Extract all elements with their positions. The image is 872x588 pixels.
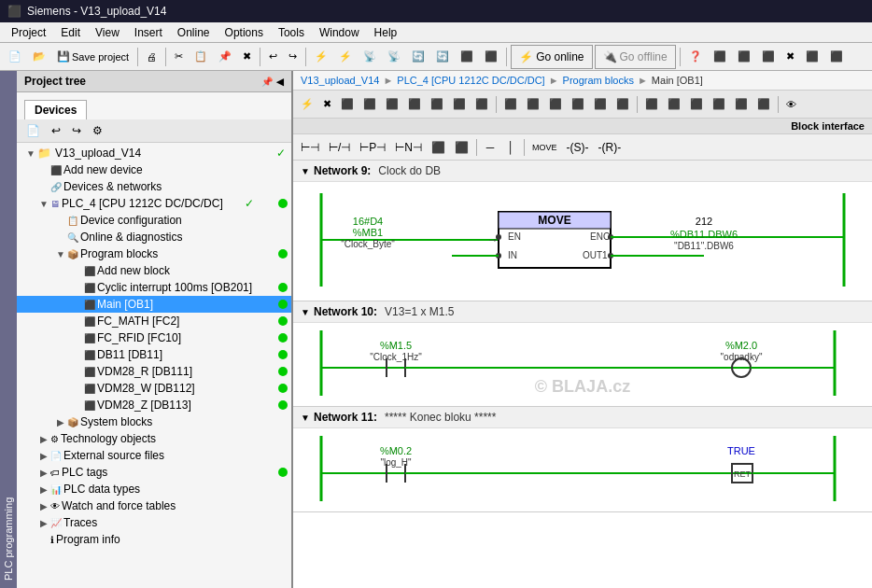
toolbar-icon-6[interactable]: ⚡: [334, 46, 357, 68]
ct-btn-9[interactable]: ⬛: [471, 94, 492, 115]
lad-contact-neg[interactable]: ⊢N⊣: [391, 137, 426, 158]
copy-button[interactable]: 📋: [190, 46, 212, 68]
lad-btn-6[interactable]: ⬛: [451, 137, 472, 158]
network-9-expand[interactable]: ▼: [301, 166, 314, 176]
ct-btn-5[interactable]: ⬛: [382, 94, 402, 115]
toolbar-icon-11[interactable]: ⬛: [456, 46, 478, 68]
panel-pin-icon[interactable]: 📌: [261, 77, 273, 87]
ct-btn-18[interactable]: ⬛: [686, 94, 707, 115]
open-button[interactable]: 📂: [28, 46, 50, 68]
tree-item-root[interactable]: ▼ 📁 V13_upload_V14 ✓: [17, 145, 291, 161]
ct-btn-20[interactable]: ⬛: [731, 94, 752, 115]
tree-item-add-device[interactable]: ⬛ Add new device: [17, 161, 291, 178]
lad-move[interactable]: MOVE: [528, 137, 561, 158]
ct-btn-19[interactable]: ⬛: [709, 94, 729, 115]
ct-btn-22[interactable]: 👁: [782, 94, 800, 115]
tree-extra-btn[interactable]: ⚙: [89, 122, 106, 139]
ct-btn-21[interactable]: ⬛: [753, 94, 774, 115]
tree-back-btn[interactable]: ↩: [48, 122, 64, 139]
lad-wire-h[interactable]: ─: [481, 137, 499, 158]
ct-btn-15[interactable]: ⬛: [612, 94, 633, 115]
menu-edit[interactable]: Edit: [53, 24, 88, 41]
toolbar-misc-2[interactable]: ⬛: [733, 46, 755, 68]
menu-window[interactable]: Window: [312, 24, 367, 41]
network-11-expand[interactable]: ▼: [301, 413, 314, 423]
toolbar-misc-6[interactable]: ⬛: [825, 46, 848, 68]
expand-icon-sys[interactable]: ▶: [54, 417, 67, 427]
lad-wire-v2[interactable]: │: [501, 137, 520, 158]
tree-item-vdm28r[interactable]: ⬛ VDM28_R [DB111]: [17, 363, 291, 380]
panel-close-icon[interactable]: ◀: [276, 77, 284, 87]
tree-item-online-diag[interactable]: 🔍 Online & diagnostics: [17, 229, 291, 245]
tree-item-devices-networks[interactable]: 🔗 Devices & networks: [17, 178, 291, 195]
go-offline-button[interactable]: 🔌 Go offline: [595, 45, 676, 69]
expand-icon-plc[interactable]: ▼: [37, 199, 50, 209]
expand-icon-traces[interactable]: ▶: [37, 518, 50, 528]
lad-contact-no[interactable]: ⊢⊣: [297, 137, 323, 158]
ct-btn-3[interactable]: ⬛: [337, 94, 358, 115]
tree-item-plc-data-types[interactable]: ▶ 📊 PLC data types: [17, 481, 291, 497]
tree-item-cyclic[interactable]: ⬛ Cyclic interrupt 100ms [OB201]: [17, 279, 291, 296]
expand-icon-dt[interactable]: ▶: [37, 484, 50, 495]
tree-item-vdm28z[interactable]: ⬛ VDM28_Z [DB113]: [17, 397, 291, 413]
ct-btn-13[interactable]: ⬛: [568, 94, 588, 115]
toolbar-misc-4[interactable]: ✖: [781, 46, 799, 68]
paste-button[interactable]: 📌: [214, 46, 236, 68]
ct-btn-6[interactable]: ⬛: [404, 94, 425, 115]
expand-icon-tech[interactable]: ▶: [37, 434, 50, 444]
toolbar-misc-5[interactable]: ⬛: [801, 46, 823, 68]
help-button[interactable]: ❓: [684, 46, 707, 68]
expand-icon-tags[interactable]: ▶: [37, 468, 50, 478]
lad-btn-R[interactable]: -(R)-: [595, 137, 626, 158]
tree-item-fc-math[interactable]: ⬛ FC_MATH [FC2]: [17, 313, 291, 329]
ct-btn-2[interactable]: ✖: [319, 94, 335, 115]
toolbar-icon-5[interactable]: ⚡: [310, 46, 332, 68]
toolbar-icon-10[interactable]: 🔄: [431, 46, 454, 68]
ct-btn-1[interactable]: ⚡: [297, 94, 317, 115]
go-online-button[interactable]: ⚡ Go online: [511, 45, 592, 69]
ct-btn-17[interactable]: ⬛: [664, 94, 684, 115]
breadcrumb-item-2[interactable]: PLC_4 [CPU 1212C DC/DC/DC]: [397, 75, 544, 86]
tree-item-vdm28w[interactable]: ⬛ VDM28_W [DB112]: [17, 380, 291, 397]
lad-btn-S[interactable]: -(S)-: [563, 137, 593, 158]
ct-btn-12[interactable]: ⬛: [545, 94, 566, 115]
tree-item-plc4[interactable]: ▼ 🖥 PLC_4 [CPU 1212C DC/DC/DC] ✓: [17, 195, 291, 212]
undo-button[interactable]: ↩: [264, 46, 282, 68]
save-button[interactable]: 💾 Save project: [52, 46, 134, 68]
tree-item-watch-tables[interactable]: ▶ 👁 Watch and force tables: [17, 497, 291, 514]
ct-btn-11[interactable]: ⬛: [523, 94, 543, 115]
cut-button[interactable]: ✂: [170, 46, 188, 68]
menu-insert[interactable]: Insert: [127, 24, 170, 41]
lad-contact-nc[interactable]: ⊢/⊣: [325, 137, 354, 158]
tree-item-program-info[interactable]: ℹ Program info: [17, 531, 291, 548]
ct-btn-14[interactable]: ⬛: [590, 94, 611, 115]
ct-btn-10[interactable]: ⬛: [500, 94, 521, 115]
menu-help[interactable]: Help: [367, 24, 405, 41]
tree-forward-btn[interactable]: ↪: [68, 122, 85, 139]
expand-icon-root[interactable]: ▼: [24, 148, 37, 159]
expand-icon-watch[interactable]: ▶: [37, 501, 50, 511]
menu-view[interactable]: View: [88, 24, 127, 41]
menu-options[interactable]: Options: [218, 24, 271, 41]
devices-tab[interactable]: Devices: [24, 100, 87, 119]
expand-icon-ext[interactable]: ▶: [37, 451, 50, 461]
ct-btn-16[interactable]: ⬛: [641, 94, 662, 115]
redo-button[interactable]: ↪: [284, 46, 302, 68]
new-button[interactable]: 📄: [4, 46, 26, 68]
tree-item-dev-config[interactable]: 📋 Device configuration: [17, 212, 291, 229]
tree-item-external-files[interactable]: ▶ 📄 External source files: [17, 447, 291, 464]
tree-item-system-blocks[interactable]: ▶ 📦 System blocks: [17, 413, 291, 430]
tree-item-program-blocks[interactable]: ▼ 📦 Program blocks: [17, 245, 291, 262]
toolbar-icon-9[interactable]: 🔄: [407, 46, 429, 68]
ct-btn-7[interactable]: ⬛: [427, 94, 447, 115]
tree-item-traces[interactable]: ▶ 📈 Traces: [17, 514, 291, 531]
expand-icon-progblocks[interactable]: ▼: [54, 249, 67, 259]
toolbar-icon-7[interactable]: 📡: [359, 46, 381, 68]
tree-item-add-block[interactable]: ⬛ Add new block: [17, 262, 291, 279]
breadcrumb-item-1[interactable]: V13_upload_V14: [301, 75, 379, 86]
toolbar-icon-8[interactable]: 📡: [383, 46, 405, 68]
network-10-expand[interactable]: ▼: [301, 307, 314, 317]
ct-btn-4[interactable]: ⬛: [359, 94, 380, 115]
toolbar-icon-12[interactable]: ⬛: [480, 46, 502, 68]
lad-btn-5[interactable]: ⬛: [428, 137, 449, 158]
